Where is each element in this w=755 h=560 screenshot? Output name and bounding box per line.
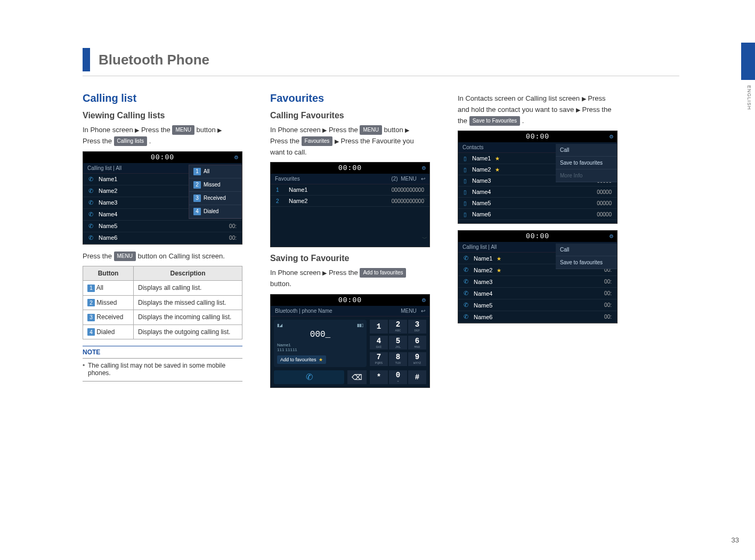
filter-menu-overlay: 1All2Missed3Received4Dialed [189, 165, 242, 219]
keypad-key[interactable]: # [408, 370, 426, 384]
language-tab [741, 43, 755, 80]
phone-icon: ✆ [464, 255, 468, 262]
caller-number: 111 11111 [277, 347, 363, 352]
subsection-calling-favourites: Calling Favourites [270, 111, 430, 120]
keypad-key[interactable]: 8TUV [389, 352, 407, 366]
text: . [520, 117, 524, 125]
gear-icon: ⚙ [610, 133, 614, 141]
list-item[interactable]: ✆Name500: [83, 221, 242, 232]
table-row: 3 ReceivedDisplays the incoming calling … [83, 310, 242, 325]
keypad-key[interactable]: 6MNO [408, 336, 426, 350]
text: button on Calling list screen. [136, 252, 225, 260]
text: Press the [327, 269, 360, 277]
filter-menu-item[interactable]: 2Missed [189, 178, 241, 192]
battery-icon: ▮▮▯ [357, 323, 363, 328]
chapter-header: Bluetooth Phone [83, 48, 679, 76]
context-menu-item[interactable]: Call [556, 244, 617, 256]
button-desc: Displays the outgoing calling list. [134, 324, 242, 339]
list-item[interactable]: ▯Name600000 [458, 209, 617, 220]
add-favourites-pill: Add to favourites [360, 268, 406, 278]
key-letters: TUV [395, 361, 401, 365]
star-icon: ★ [497, 256, 501, 262]
button-desc: Displays all calling list. [134, 281, 242, 296]
column-2: Favourites Calling Favourites In Phone s… [270, 92, 430, 388]
key-letters: MNO [415, 345, 420, 349]
number-badge: 4 [87, 328, 95, 336]
keypad-key[interactable]: 5JKL [389, 336, 407, 350]
gear-icon: ⚙ [422, 164, 426, 172]
text: In Phone screen [83, 126, 135, 134]
signal-icon: ▮◢ [277, 323, 282, 328]
th-button: Button [83, 266, 134, 281]
list-item[interactable]: ▯Name500000 [458, 198, 617, 209]
add-favourites-button[interactable]: Add to favourites ★ [277, 355, 326, 364]
time-label: 00: [604, 314, 612, 320]
table-row: 4 DialedDisplays the outgoing calling li… [83, 324, 242, 339]
gear-icon: ⚙ [234, 153, 239, 161]
contact-icon: ▯ [464, 178, 467, 184]
keypad-key[interactable]: 1 [370, 320, 388, 334]
keypad-key[interactable]: 7PQRS [370, 352, 388, 366]
key-letters: + [397, 379, 399, 383]
list-item[interactable]: ✆Name400: [458, 288, 617, 299]
key-letters: JKL [395, 345, 401, 349]
keypad-key[interactable]: 0+ [389, 370, 407, 384]
header-accent-block [83, 48, 90, 71]
list-item[interactable]: ✆Name500: [458, 299, 617, 311]
contact-name: Name3 [474, 279, 604, 285]
save-favourites-pill: Save to Favourites [469, 116, 520, 126]
time-label: 00: [604, 302, 612, 308]
text: the [458, 117, 469, 125]
button-desc: Displays the missed calling list. [134, 295, 242, 310]
context-menu-item[interactable]: Save to favourites [556, 157, 617, 169]
text: Press the [580, 105, 612, 113]
menu-pill: MENU [172, 125, 194, 135]
keypad-key[interactable]: 9WXYZ [408, 352, 426, 366]
key-number: 2 [396, 320, 400, 329]
contact-name: Name5 [99, 223, 229, 229]
button-name: Missed [96, 299, 117, 306]
filter-menu-item[interactable]: 3Received [189, 192, 241, 205]
list-item[interactable]: ✆Name300: [458, 276, 617, 288]
phone-icon: ✆ [88, 199, 93, 206]
list-item[interactable]: ✆Name600: [458, 311, 617, 323]
contact-icon: ▯ [464, 189, 467, 195]
menu-label: MENU [401, 308, 416, 314]
button-description-table: ButtonDescription 1 AllDisplays all call… [83, 266, 242, 339]
key-letters: PQRS [375, 361, 383, 365]
context-menu-item[interactable]: More Info [556, 169, 617, 182]
table-row: 2 MissedDisplays the missed calling list… [83, 295, 242, 310]
phone-icon: ✆ [88, 234, 93, 241]
list-item[interactable]: ▯Name400000 [458, 186, 617, 198]
list-item[interactable]: 1Name100000000000 [271, 184, 429, 196]
keypad-key[interactable]: 3DEF [408, 320, 426, 334]
list-item[interactable]: ✆Name600: [83, 232, 242, 244]
keypad-key[interactable]: 4GHI [370, 336, 388, 350]
contact-name: Name4 [474, 290, 604, 297]
key-letters: DEF [415, 329, 420, 332]
filter-label: Missed [204, 182, 221, 188]
context-menu-item[interactable]: Call [556, 144, 617, 157]
text: Press the [139, 126, 172, 134]
star-icon: ★ [497, 267, 501, 273]
phone-icon: ✆ [464, 302, 468, 309]
phone-icon: ✆ [464, 313, 468, 320]
filter-label: Dialed [204, 208, 218, 214]
filter-menu-item[interactable]: 4Dialed [189, 205, 241, 218]
screenshot-keypad: 00:00⚙ Bluetooth | phone Name MENU ↩ ▮◢▮… [270, 294, 430, 388]
call-button[interactable]: ✆ [274, 370, 344, 384]
key-letters: GHI [376, 345, 382, 349]
contact-name: Name5 [474, 302, 604, 309]
note-label: NOTE [83, 346, 242, 359]
backspace-button[interactable]: ⌫ [347, 370, 367, 384]
screen-header: Calling list | All [87, 165, 121, 171]
keypad-key[interactable]: 2ABC [389, 320, 407, 334]
subsection-viewing-lists: Viewing Calling lists [83, 111, 242, 120]
list-item[interactable]: 2Name200000000000 [271, 196, 429, 207]
keypad-key[interactable]: * [370, 370, 388, 384]
phone-icon: ✆ [88, 211, 93, 218]
button-desc: Displays the incoming calling list. [134, 310, 242, 325]
context-menu-item[interactable]: Save to favourites [556, 256, 617, 269]
contact-name: Name5 [472, 200, 597, 206]
filter-menu-item[interactable]: 1All [189, 165, 241, 178]
